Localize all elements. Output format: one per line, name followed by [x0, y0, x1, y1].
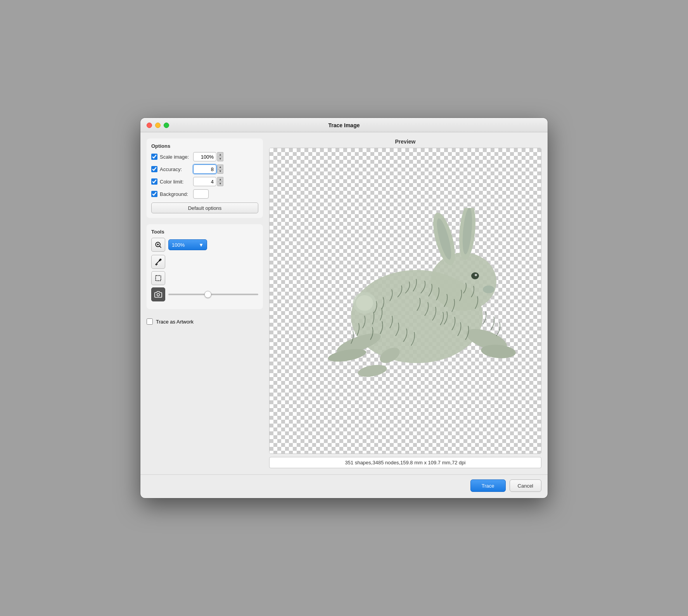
title-bar: Trace Image — [140, 118, 548, 132]
trace-artwork-checkbox[interactable] — [147, 318, 153, 325]
camera-slider-row — [151, 287, 258, 301]
preview-title: Preview — [269, 138, 541, 145]
eyedropper-row — [151, 255, 258, 269]
svg-point-23 — [356, 295, 373, 311]
svg-point-14 — [475, 274, 477, 276]
preview-area — [269, 148, 541, 454]
traffic-lights — [147, 123, 169, 128]
svg-point-17 — [357, 363, 388, 379]
trace-artwork-row: Trace as Artwork — [147, 318, 263, 325]
eyedropper-tool-button[interactable] — [151, 255, 165, 269]
zoom-dropdown[interactable]: 100% ▼ — [168, 239, 207, 250]
zoom-value: 100% — [172, 242, 185, 248]
cancel-button[interactable]: Cancel — [510, 479, 541, 492]
accuracy-spinner: ▲ ▼ — [217, 164, 223, 174]
slider-container — [168, 292, 258, 297]
accuracy-label: Accuracy: — [160, 166, 191, 172]
color-limit-input[interactable] — [193, 177, 216, 186]
scale-image-down[interactable]: ▼ — [217, 157, 223, 161]
rabbit-image — [312, 208, 526, 394]
color-limit-down[interactable]: ▼ — [217, 182, 223, 186]
trace-artwork-label: Trace as Artwork — [156, 319, 194, 325]
tools-title: Tools — [151, 229, 258, 235]
right-panel: Preview — [269, 138, 541, 468]
background-checkbox[interactable] — [151, 191, 157, 197]
color-limit-checkbox[interactable] — [151, 178, 157, 185]
svg-point-8 — [430, 253, 496, 311]
zoom-control-row: 100% ▼ — [151, 238, 258, 252]
background-label: Background: — [160, 191, 191, 197]
svg-point-6 — [157, 294, 160, 296]
background-color-swatch[interactable] — [193, 189, 209, 199]
dialog-title: Trace Image — [328, 122, 360, 128]
tools-section: Tools 100% ▼ — [147, 224, 263, 309]
accuracy-checkbox[interactable] — [151, 166, 157, 172]
slider-track — [168, 294, 258, 295]
color-limit-spinner: ▲ ▼ — [217, 177, 223, 186]
left-panel: Options Scale image: ▲ ▼ Accuracy: — [147, 138, 263, 468]
zoom-dropdown-arrow: ▼ — [199, 242, 204, 248]
rabbit-svg — [312, 208, 526, 394]
scale-image-label: Scale image: — [160, 154, 191, 160]
dialog-footer: Trace Cancel — [140, 474, 548, 498]
trace-image-dialog: Trace Image Options Scale image: ▲ ▼ — [140, 118, 548, 498]
camera-tool-button[interactable] — [151, 287, 165, 301]
dialog-body: Options Scale image: ▲ ▼ Accuracy: — [140, 132, 548, 474]
options-title: Options — [151, 143, 258, 149]
options-section: Options Scale image: ▲ ▼ Accuracy: — [147, 138, 263, 218]
svg-point-15 — [483, 286, 494, 293]
camera-icon — [154, 291, 162, 298]
zoom-icon — [154, 241, 162, 249]
color-limit-row: Color limit: ▲ ▼ — [151, 177, 258, 186]
scale-image-spinner: ▲ ▼ — [217, 152, 223, 161]
color-limit-label: Color limit: — [160, 179, 191, 185]
background-row: Background: — [151, 189, 258, 199]
accuracy-input[interactable] — [193, 164, 216, 174]
zoom-tool-button[interactable] — [151, 238, 165, 252]
close-button[interactable] — [147, 123, 152, 128]
scale-image-up[interactable]: ▲ — [217, 152, 223, 157]
eyedropper-icon — [154, 258, 162, 266]
accuracy-down[interactable]: ▼ — [217, 169, 223, 174]
slider-thumb[interactable] — [204, 291, 211, 298]
trace-button[interactable]: Trace — [470, 479, 506, 492]
status-text: 351 shapes,3485 nodes,159.8 mm x 109.7 m… — [345, 460, 466, 465]
select-icon — [154, 274, 162, 282]
accuracy-up[interactable]: ▲ — [217, 164, 223, 169]
minimize-button[interactable] — [155, 123, 161, 128]
default-options-button[interactable]: Default options — [151, 202, 258, 213]
scale-image-checkbox[interactable] — [151, 154, 157, 160]
svg-rect-5 — [156, 275, 161, 280]
select-tool-button[interactable] — [151, 271, 165, 285]
select-row — [151, 271, 258, 285]
scale-image-row: Scale image: ▲ ▼ — [151, 152, 258, 161]
status-bar: 351 shapes,3485 nodes,159.8 mm x 109.7 m… — [269, 457, 541, 468]
color-limit-up[interactable]: ▲ — [217, 177, 223, 182]
accuracy-row: Accuracy: ▲ ▼ — [151, 164, 258, 174]
scale-image-input[interactable] — [193, 152, 216, 161]
maximize-button[interactable] — [164, 123, 169, 128]
svg-line-1 — [160, 246, 161, 248]
